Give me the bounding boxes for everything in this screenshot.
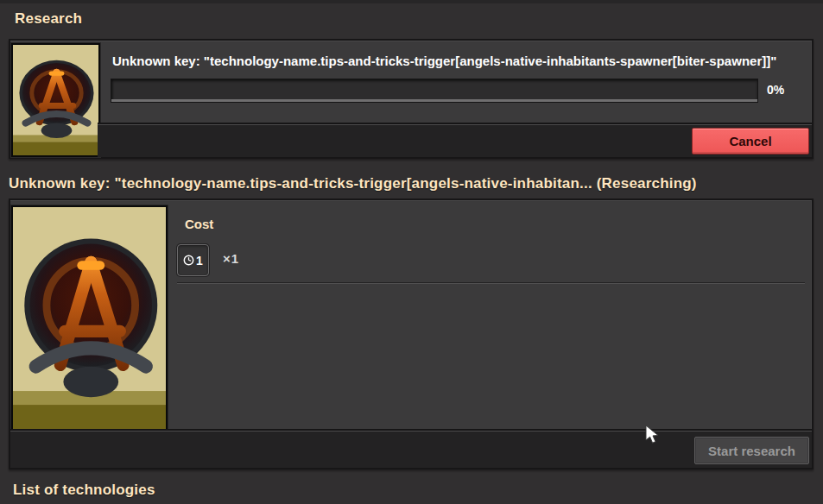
- technologies-list-title: List of technologies: [13, 482, 155, 499]
- selected-technology-footer: Start research: [10, 431, 812, 468]
- start-research-button[interactable]: Start research: [694, 437, 809, 464]
- technology-icon-large: [11, 205, 168, 434]
- research-section-title: Research: [15, 10, 82, 28]
- current-research-footer: Cancel: [98, 124, 812, 157]
- technology-icon: [11, 43, 100, 157]
- clock-icon: [183, 255, 194, 266]
- selected-technology-title: Unknown key: "technology-name.tips-and-t…: [9, 175, 697, 192]
- angels-logo-icon: [13, 45, 98, 155]
- selected-technology-panel: Cost 1 ×1 Start research: [9, 198, 814, 469]
- research-window: Research Unknown key: "technology-name.t…: [0, 0, 823, 504]
- current-research-name: Unknown key: "technology-name.tips-and-t…: [112, 54, 776, 68]
- cost-time-slot[interactable]: 1: [177, 244, 209, 276]
- cost-multiplier: ×1: [223, 251, 239, 266]
- current-research-panel: Unknown key: "technology-name.tips-and-t…: [9, 39, 814, 159]
- cost-label: Cost: [185, 217, 213, 231]
- cost-time-amount: 1: [196, 254, 203, 268]
- research-progress-bar: [111, 79, 758, 103]
- cancel-research-button[interactable]: Cancel: [692, 128, 809, 154]
- cost-divider: [177, 282, 805, 284]
- research-progress-percent: 0%: [767, 83, 784, 97]
- angels-logo-icon: [13, 207, 166, 432]
